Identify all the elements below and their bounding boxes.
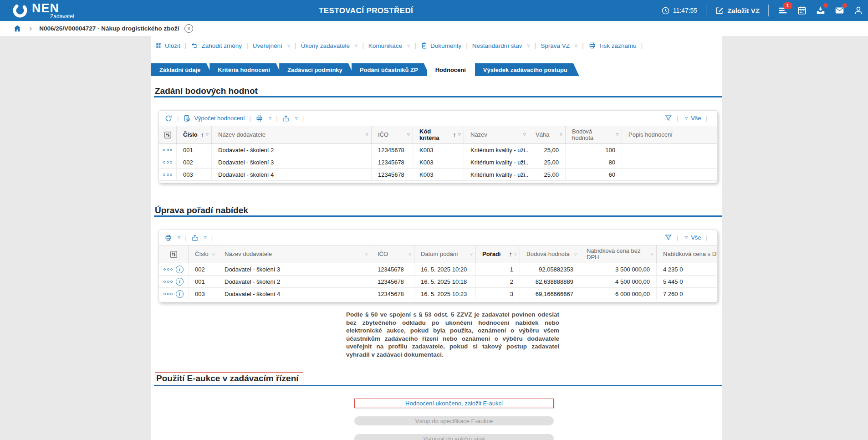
nen-logo[interactable]: NEN Zadavatel bbox=[12, 2, 74, 19]
row-actions-icon[interactable] bbox=[163, 268, 173, 271]
row-actions-icon[interactable] bbox=[163, 281, 173, 283]
current-time: 11:47:55 bbox=[673, 7, 697, 14]
column-header-datum-podani[interactable]: Datum podání ▽ bbox=[414, 246, 475, 263]
column-header-bodova-hodnota[interactable]: Bodová hodnota ▽ bbox=[565, 126, 622, 143]
publication-menu[interactable]: Uveřejnění ▽ bbox=[253, 42, 290, 49]
column-header-bodova-hodnota[interactable]: Bodová hodnota ▽ bbox=[520, 246, 580, 263]
row-actions-icon[interactable] bbox=[163, 149, 172, 151]
table-row[interactable]: 003 Dodavatel - školení 4 12345678 K003 … bbox=[159, 169, 717, 181]
column-header-kod-kriteria[interactable]: Kód kritéria ↑▽ bbox=[413, 126, 464, 143]
row-actions-icon[interactable] bbox=[163, 293, 173, 295]
finish-evaluation-create-eauction-button[interactable]: Hodnocení ukončeno, založit E-aukci bbox=[354, 399, 554, 408]
filter-caret-icon[interactable]: ▽ bbox=[458, 132, 461, 138]
scoring-table-header: Číslo ↑▽ Název dodavatele ▽ IČO ▽ Kód kr… bbox=[159, 126, 717, 144]
filter-caret-icon[interactable]: ▽ bbox=[574, 251, 577, 257]
filter-all-button[interactable]: ▽ Vše bbox=[683, 234, 701, 241]
column-header-cislo[interactable]: Číslo ▽ bbox=[188, 246, 218, 263]
undo-icon bbox=[191, 42, 199, 49]
save-button[interactable]: Uložit bbox=[155, 42, 180, 49]
column-settings-button[interactable] bbox=[159, 126, 176, 143]
column-header-ico[interactable]: IČO ▽ bbox=[371, 126, 413, 143]
app-name: NEN bbox=[32, 2, 74, 15]
print-button[interactable]: ▽ bbox=[164, 234, 180, 241]
calendar-button[interactable] bbox=[797, 5, 807, 15]
filter-caret-icon[interactable]: ▽ bbox=[407, 132, 410, 138]
top-bar: NEN Zadavatel TESTOVACÍ PROSTŘEDÍ 11:47:… bbox=[0, 0, 868, 21]
tab-vysledek[interactable]: Výsledek zadávacího postupu bbox=[475, 63, 579, 76]
section-rule bbox=[154, 215, 722, 217]
section-title: Zadání bodových hodnot bbox=[155, 86, 258, 96]
filter-caret-icon[interactable]: ▽ bbox=[560, 132, 562, 138]
tab-podani-ucastniku[interactable]: Podání účastníků ZP bbox=[352, 63, 430, 76]
filter-caret-icon[interactable]: ▽ bbox=[616, 132, 619, 138]
filter-all-button[interactable]: ▽ Vše bbox=[683, 115, 701, 122]
menu-button[interactable]: 1 bbox=[777, 5, 788, 15]
ranking-section-heading: Úprava pořadí nabídek bbox=[154, 205, 722, 215]
export-button[interactable]: ▽ bbox=[282, 115, 298, 122]
messages-button[interactable] bbox=[834, 5, 845, 15]
column-header-popis-hodnoceni[interactable]: Popis hodnocení bbox=[622, 126, 717, 143]
filter-caret-icon[interactable]: ▽ bbox=[408, 251, 411, 257]
downloads-button[interactable] bbox=[816, 5, 826, 15]
discard-changes-button[interactable]: Zahodit změny bbox=[191, 42, 242, 49]
filter-caret-icon[interactable]: ▽ bbox=[514, 251, 517, 257]
table-row[interactable]: 001 Dodavatel - školení 2 12345678 K003 … bbox=[159, 144, 717, 156]
sort-asc-icon: ↑ bbox=[453, 132, 456, 138]
row-actions-icon[interactable] bbox=[163, 174, 172, 176]
column-header-poradi[interactable]: Pořadí ↑▽ bbox=[475, 246, 520, 263]
print-button[interactable]: ▽ bbox=[255, 115, 271, 122]
clipboard-icon bbox=[421, 42, 428, 49]
table-row[interactable]: i 003 Dodavatel - školení 4 12345678 16.… bbox=[159, 288, 717, 300]
table-row[interactable]: i 001 Dodavatel - školení 2 12345678 16.… bbox=[159, 276, 717, 288]
scoring-table-card: | Výpočet hodnocení | ▽ bbox=[158, 110, 718, 183]
home-icon[interactable] bbox=[13, 24, 22, 33]
user-profile-button[interactable] bbox=[853, 5, 863, 15]
documents-button[interactable]: Dokumenty bbox=[421, 42, 461, 49]
table-row[interactable]: i 002 Dodavatel - školení 3 12345678 16.… bbox=[159, 263, 717, 276]
create-vz-button[interactable]: Založit VZ bbox=[715, 6, 760, 15]
filter-caret-icon[interactable]: ▽ bbox=[366, 132, 368, 138]
tab-hodnoceni[interactable]: Hodnocení bbox=[427, 63, 478, 76]
close-icon[interactable]: × bbox=[184, 24, 193, 33]
print-record-button[interactable]: Tisk záznamu bbox=[588, 42, 637, 49]
filter-caret-icon[interactable]: ▽ bbox=[206, 132, 209, 138]
refresh-button[interactable] bbox=[164, 114, 173, 123]
communication-menu[interactable]: Komunikace ▽ bbox=[368, 42, 410, 49]
row-actions-icon[interactable] bbox=[163, 161, 172, 164]
enter-eauction-specification-button: Vstup do specifikace E-aukce bbox=[354, 416, 554, 425]
table-row[interactable]: 002 Dodavatel - školení 3 12345678 K003 … bbox=[159, 156, 717, 169]
contracting-authority-actions-menu[interactable]: Úkony zadavatele ▽ bbox=[301, 42, 357, 49]
column-header-nazev-dodavatele[interactable]: Název dodavatele ▽ bbox=[218, 246, 371, 263]
main-content-panel: Uložit | Zahodit změny | Uveřejnění ▽ | … bbox=[151, 36, 722, 440]
column-header-vaha[interactable]: Váha ▽ bbox=[529, 126, 565, 143]
breadcrumb-current[interactable]: N006/25/V00004727 - Nákup drogistického … bbox=[39, 25, 179, 32]
column-header-cislo[interactable]: Číslo ↑▽ bbox=[176, 126, 211, 143]
column-header-nazev[interactable]: Název ▽ bbox=[464, 126, 529, 143]
column-header-nazev-dodavatele[interactable]: Název dodavatele ▽ bbox=[211, 126, 371, 143]
vz-management-menu[interactable]: Správa VZ ▽ bbox=[541, 42, 577, 49]
filter-caret-icon[interactable]: ▽ bbox=[365, 251, 368, 257]
filter-caret-icon[interactable]: ▽ bbox=[651, 251, 654, 257]
tab-kriteria-hodnoceni[interactable]: Kritéria hodnocení bbox=[209, 63, 282, 76]
filter-caret-icon[interactable]: ▽ bbox=[212, 251, 215, 257]
nonstandard-state-menu[interactable]: Nestandardní stav ▽ bbox=[472, 42, 530, 49]
tab-zadavaci-podminky[interactable]: Zadávací podmínky bbox=[279, 63, 354, 76]
tab-zakladni-udaje[interactable]: Základní údaje bbox=[151, 63, 212, 76]
eauction-section-heading: Použití E-aukce v zadávacím řízení bbox=[154, 372, 722, 385]
calculate-evaluation-button[interactable]: Výpočet hodnocení bbox=[183, 114, 245, 122]
info-icon[interactable]: i bbox=[176, 266, 184, 273]
filter-caret-icon[interactable]: ▽ bbox=[523, 132, 526, 138]
filter-button[interactable] bbox=[664, 234, 672, 241]
downloads-notification-dot bbox=[823, 3, 828, 8]
chevron-down-icon: ▽ bbox=[575, 44, 577, 48]
filter-button[interactable] bbox=[664, 114, 672, 122]
filter-caret-icon[interactable]: ▽ bbox=[470, 251, 473, 257]
info-icon[interactable]: i bbox=[176, 290, 184, 298]
column-header-ico[interactable]: IČO ▽ bbox=[371, 246, 414, 263]
column-header-cena-bez-dph[interactable]: Nabídková cena bez DPH ▽ bbox=[580, 246, 656, 263]
info-icon[interactable]: i bbox=[176, 278, 184, 286]
column-header-cena-s-dph[interactable]: Nabídková cena s DPH bbox=[656, 246, 718, 263]
column-settings-button[interactable] bbox=[159, 246, 188, 263]
ranking-table-card: ▽ | ▽ | | bbox=[158, 230, 718, 302]
export-button[interactable]: ▽ bbox=[191, 234, 207, 241]
